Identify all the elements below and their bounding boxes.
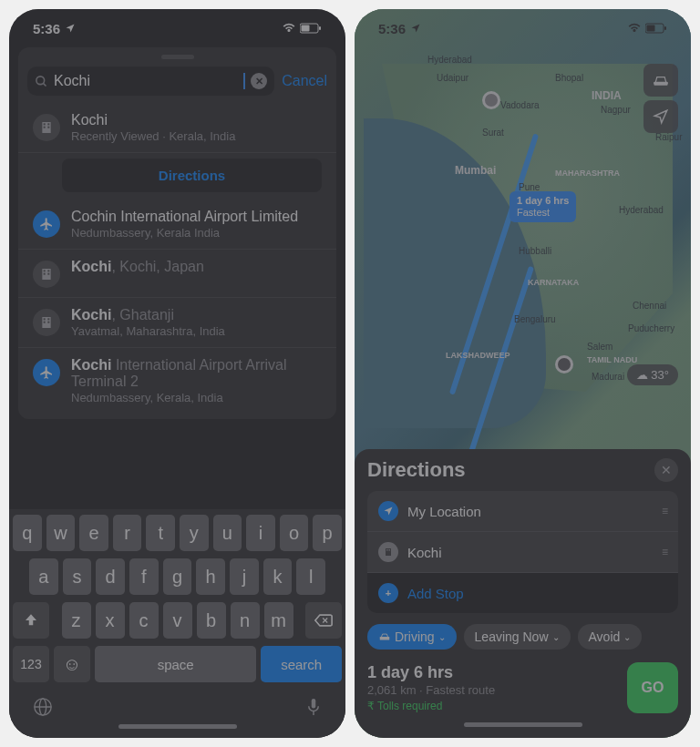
- home-indicator[interactable]: [464, 722, 582, 727]
- key-i[interactable]: i: [246, 515, 275, 551]
- key-k[interactable]: k: [263, 558, 293, 595]
- drag-handle-icon[interactable]: ≡: [662, 505, 667, 517]
- key-e[interactable]: e: [79, 515, 108, 551]
- key-p[interactable]: p: [313, 515, 342, 551]
- wifi-icon: [627, 23, 642, 34]
- key-r[interactable]: r: [113, 515, 142, 551]
- svg-rect-17: [47, 318, 49, 320]
- svg-rect-7: [47, 123, 49, 125]
- phone-left-search: 5:36 Kochi ✕ Cancel KochiRecently Viewed…: [9, 9, 345, 738]
- svg-rect-33: [389, 549, 391, 551]
- key-u[interactable]: u: [213, 515, 242, 551]
- svg-rect-30: [654, 82, 668, 86]
- svg-rect-2: [319, 26, 321, 30]
- avoid-chip[interactable]: Avoid⌄: [578, 624, 643, 650]
- go-button[interactable]: GO: [627, 662, 678, 713]
- search-result[interactable]: Kochi, Kochi, Japan: [18, 250, 336, 298]
- key-w[interactable]: w: [46, 515, 76, 551]
- svg-rect-12: [47, 270, 49, 271]
- key-h[interactable]: h: [196, 558, 225, 595]
- backspace-key[interactable]: [305, 602, 342, 639]
- cancel-button[interactable]: Cancel: [282, 73, 327, 89]
- summary-duration: 1 day 6 hrs: [367, 663, 495, 682]
- add-stop-row[interactable]: + Add Stop: [367, 573, 678, 613]
- status-bar: 5:36: [355, 9, 691, 47]
- map-controls: [643, 64, 678, 137]
- destination-pin[interactable]: [555, 355, 573, 374]
- clear-search-button[interactable]: ✕: [251, 73, 267, 89]
- departure-chip[interactable]: Leaving Now⌄: [464, 624, 571, 650]
- key-j[interactable]: j: [230, 558, 259, 595]
- battery-icon: [645, 23, 667, 34]
- svg-line-4: [43, 83, 46, 86]
- drag-handle-icon[interactable]: ≡: [662, 546, 667, 558]
- svg-rect-29: [664, 26, 666, 30]
- key-d[interactable]: d: [96, 558, 125, 595]
- svg-point-3: [36, 76, 45, 84]
- svg-rect-34: [380, 637, 390, 640]
- search-result[interactable]: Cochin International Airport LimitedNedu…: [18, 200, 336, 250]
- svg-rect-14: [47, 273, 49, 275]
- origin-pin[interactable]: [482, 91, 500, 109]
- key-b[interactable]: b: [197, 602, 226, 639]
- search-field[interactable]: Kochi ✕: [27, 67, 274, 96]
- key-s[interactable]: s: [63, 558, 92, 595]
- svg-rect-9: [47, 127, 49, 128]
- search-result[interactable]: Kochi International Airport Arrival Term…: [18, 348, 336, 414]
- stops-list: My Location ≡ Kochi ≡ + Add Stop: [367, 491, 678, 613]
- stop-my-location[interactable]: My Location ≡: [367, 491, 678, 532]
- key-c[interactable]: c: [129, 602, 159, 639]
- key-f[interactable]: f: [129, 558, 159, 595]
- stop-destination[interactable]: Kochi ≡: [367, 532, 678, 573]
- svg-rect-1: [302, 26, 310, 32]
- svg-rect-25: [312, 699, 316, 709]
- home-indicator[interactable]: [118, 724, 237, 729]
- dictation-key[interactable]: [305, 697, 322, 717]
- svg-rect-11: [44, 270, 46, 271]
- route-eta-bubble[interactable]: 1 day 6 hrsFastest: [510, 191, 576, 222]
- locate-me-button[interactable]: [643, 100, 678, 133]
- destination-icon: [378, 542, 398, 562]
- key-y[interactable]: y: [180, 515, 209, 551]
- search-result[interactable]: KochiRecently Viewed · Kerala, India: [18, 103, 336, 153]
- key-q[interactable]: q: [13, 515, 42, 551]
- svg-rect-16: [44, 318, 46, 320]
- search-key[interactable]: search: [261, 646, 342, 682]
- location-services-icon: [408, 23, 423, 34]
- key-a[interactable]: a: [29, 558, 58, 595]
- globe-key[interactable]: [33, 697, 53, 717]
- close-sheet-button[interactable]: ✕: [654, 458, 678, 482]
- car-icon: [378, 631, 391, 642]
- search-input-value[interactable]: Kochi: [54, 73, 238, 89]
- key-x[interactable]: x: [96, 602, 125, 639]
- emoji-key[interactable]: ☺: [54, 646, 90, 682]
- driving-mode-button[interactable]: [643, 64, 678, 97]
- numeric-key[interactable]: 123: [13, 646, 49, 682]
- key-z[interactable]: z: [62, 602, 91, 639]
- key-o[interactable]: o: [280, 515, 309, 551]
- key-g[interactable]: g: [163, 558, 192, 595]
- shift-key[interactable]: [13, 602, 49, 639]
- search-result[interactable]: Kochi, GhatanjiYavatmal, Maharashtra, In…: [18, 298, 336, 348]
- weather-pill[interactable]: ☁33°: [627, 364, 678, 385]
- key-m[interactable]: m: [264, 602, 293, 639]
- building-icon: [33, 261, 60, 288]
- wifi-icon: [282, 23, 296, 34]
- chevron-down-icon: ⌄: [623, 632, 631, 642]
- search-card: Kochi ✕ Cancel KochiRecently Viewed · Ke…: [18, 47, 336, 419]
- key-l[interactable]: l: [296, 558, 325, 595]
- space-key[interactable]: space: [95, 646, 256, 682]
- key-n[interactable]: n: [231, 602, 260, 639]
- key-v[interactable]: v: [163, 602, 192, 639]
- building-icon: [33, 309, 60, 336]
- svg-rect-31: [386, 548, 391, 556]
- key-t[interactable]: t: [146, 515, 175, 551]
- directions-button[interactable]: Directions: [62, 159, 322, 192]
- route-options: Driving⌄ Leaving Now⌄ Avoid⌄: [367, 624, 678, 650]
- plane-icon: [33, 210, 60, 238]
- status-time: 5:36: [378, 21, 406, 36]
- sheet-grabber[interactable]: [161, 55, 194, 59]
- summary-tolls: ₹Tolls required: [367, 700, 495, 712]
- add-icon: +: [378, 583, 398, 603]
- transport-mode-chip[interactable]: Driving⌄: [367, 624, 457, 650]
